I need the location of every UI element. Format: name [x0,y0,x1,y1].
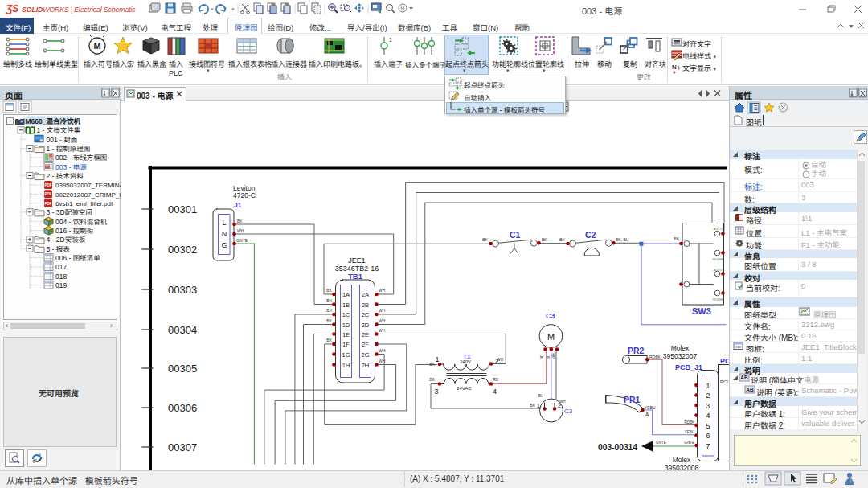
svg-text:BK: BK [237,219,243,223]
svg-text:BU: BU [547,355,551,359]
svg-text:003-00314: 003-00314 [598,442,638,452]
svg-text:TB1: TB1 [348,272,363,281]
svg-text:2F: 2F [362,341,369,348]
svg-text:2H: 2H [362,362,370,369]
svg-text:WH: WH [237,228,244,233]
svg-text:003 - 电源: 003 - 电源 [55,163,87,171]
svg-text:1C: 1C [342,311,350,318]
svg-text:99.69H: 99.69H [713,257,723,261]
svg-text:BK: BK [429,362,435,367]
svg-text:395032008: 395032008 [665,464,699,471]
svg-text:5: 5 [706,421,710,430]
svg-text:WH: WH [379,359,386,363]
svg-text:BK: BK [482,237,488,242]
svg-text:BK: BK [429,377,435,382]
svg-text:0395032007_TERMINA: 0395032007_TERMINA [55,182,125,189]
svg-text:017: 017 [55,263,67,271]
svg-text:WH: WH [379,308,386,313]
svg-text:1 - 文档文件集: 1 - 文档文件集 [37,126,81,134]
svg-text:N-|: N-| [672,64,680,71]
svg-text:AUTO: AUTO [713,227,722,231]
svg-text:RD: RD [540,354,544,359]
svg-text:7: 7 [706,441,710,450]
svg-text:M: M [547,332,555,342]
svg-text:4 - 2D安装板: 4 - 2D安装板 [47,236,86,244]
svg-text:G: G [221,241,227,249]
svg-text:WH: WH [559,400,566,404]
svg-text:00303: 00303 [168,284,197,296]
svg-text:24VAC: 24VAC [457,386,472,391]
svg-text:3: 3 [706,401,710,410]
svg-text:GNYE: GNYE [656,441,666,445]
svg-text:YEBU: YEBU [645,405,656,410]
svg-text:2C: 2C [362,311,370,318]
svg-text:016 - 控制柜: 016 - 控制柜 [55,227,94,235]
svg-text:RD: RD [493,377,499,382]
svg-text:3 - 3D配装空间: 3 - 3D配装空间 [47,208,92,216]
svg-text:2A: 2A [362,291,369,298]
svg-text:AUTO: AUTO [713,268,722,272]
svg-text:1A: 1A [342,291,350,298]
svg-text:4: 4 [493,388,497,396]
svg-text:SW3: SW3 [692,306,711,316]
svg-text:1G: 1G [342,351,350,359]
svg-text:H: H [400,6,404,11]
svg-text:00301: 00301 [168,203,197,215]
svg-text:AB: AB [740,375,748,380]
svg-text:00304: 00304 [168,324,197,336]
svg-text:BK: BK [326,318,332,323]
svg-text:PR1: PR1 [624,395,641,404]
svg-text:395032007: 395032007 [663,352,698,360]
svg-text:1: 1 [389,37,392,43]
svg-text:C2: C2 [585,230,596,240]
svg-text:018: 018 [55,273,67,281]
svg-text:4: 4 [706,411,710,420]
svg-text:PC: PC [720,357,729,365]
svg-text:C3: C3 [546,312,555,320]
svg-text:GNYE: GNYE [236,238,248,243]
svg-text:WH: WH [379,318,386,323]
svg-text:WH: WH [552,354,556,360]
svg-text:PCI: PCI [720,379,728,384]
svg-text:1: 1 [537,403,540,408]
svg-text:BK: BK [326,288,332,293]
svg-text:00302: 00302 [168,244,197,256]
svg-text:BK, BU: BK, BU [616,237,629,242]
svg-text:WH: WH [379,348,386,353]
svg-text:00307: 00307 [168,441,197,453]
svg-text:1F: 1F [342,341,350,348]
svg-text:M: M [93,41,100,51]
svg-text:001 - 封面: 001 - 封面 [47,136,78,144]
svg-text:5 - 报表: 5 - 报表 [47,245,71,253]
svg-text:BK: BK [542,237,547,242]
svg-text:00305: 00305 [168,363,197,375]
svg-text:BK: BK [326,338,332,342]
svg-text:AB: AB [746,387,754,392]
svg-text:A: A [645,412,649,417]
svg-text:6: 6 [706,431,710,440]
svg-text:GNYE: GNYE [684,441,694,445]
svg-text:1 - 控制原理图: 1 - 控制原理图 [47,145,91,153]
svg-text:WH: WH [379,328,386,333]
svg-text:C1: C1 [510,230,521,240]
svg-text:240V: 240V [460,359,471,364]
svg-text:3: 3 [434,388,438,396]
svg-text:RDBK: RDBK [649,355,661,359]
svg-text:2: 2 [706,391,710,400]
svg-text:BK: BK [530,403,535,408]
svg-text:1: 1 [435,355,439,363]
svg-text:M660_混合冷饮机: M660_混合冷饮机 [26,117,81,125]
svg-text:99.69H: 99.69H [713,297,723,301]
svg-text:Molex: Molex [673,456,691,464]
svg-text:BU: BU [538,394,543,398]
svg-text:006 - 图纸清单: 006 - 图纸清单 [55,254,100,262]
svg-text:1B: 1B [342,301,350,309]
svg-text:2B: 2B [362,301,369,309]
svg-text:1H: 1H [342,362,350,369]
svg-text:BK: BK [559,237,565,242]
svg-text:N: N [222,230,227,238]
svg-text:BK: BK [326,298,332,303]
svg-text:0022012087_CRIMP_H: 0022012087_CRIMP_H [55,191,124,199]
svg-text:4720-C: 4720-C [233,191,256,199]
svg-text:2D: 2D [362,322,370,329]
